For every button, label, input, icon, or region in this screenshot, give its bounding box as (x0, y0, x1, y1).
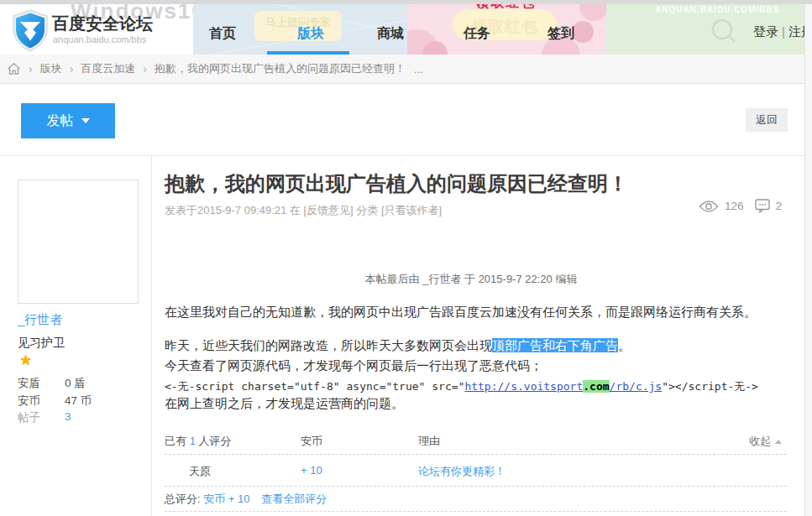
stat-shields-label: 安盾 (18, 377, 40, 389)
nav-checkin[interactable]: 签到 (547, 25, 574, 43)
collapse-toggle[interactable]: 收起 (749, 434, 782, 449)
breadcrumb-separator: › (143, 62, 147, 76)
flower-shape (579, 4, 606, 21)
replies-count: 2 (776, 200, 783, 212)
nav-home[interactable]: 首页 (209, 25, 236, 43)
author-sidebar: _行世者 见习护卫 安盾 0 盾 安币 47 币 帖子 3 (0, 156, 152, 516)
stat-shields-value: 0 盾 (65, 376, 86, 391)
rating-section: 已有 1 人评分 安币 理由 收起 天原 + 10 论坛有你更精彩！ 总评分: … (165, 428, 787, 512)
post-paragraph: 今天查看了网页源代码，才发现每个网页最后一行出现了恶意代码； (165, 358, 542, 374)
edit-note: 本帖最后由 _行世者 于 2015-9-7 22:20 编辑 (153, 272, 789, 287)
login-link[interactable]: 登录 (753, 24, 778, 39)
breadcrumb-separator: › (70, 62, 74, 76)
rating-col-reason: 理由 (418, 434, 440, 449)
breadcrumb-current-topic: 抱歉，我的网页出现广告植入的问题原因已经查明！ (155, 61, 406, 76)
selected-text-highlight: 顶部广告和右下角广告 (492, 338, 618, 352)
rating-row-reason: 论坛有你更精彩！ (418, 464, 506, 479)
post-counters: 126 2 (699, 199, 782, 213)
rating-row-user[interactable]: 天原 (189, 464, 211, 479)
flower-shape (572, 21, 594, 43)
rating-total-coin: 安币 + 10 (203, 493, 249, 505)
site-header: Windows10专题 ANQUAN.BAIDU.COM/BBS 百度 (0, 4, 804, 55)
stat-shields: 安盾 0 盾 (18, 376, 40, 391)
forum-page: Windows10专题 ANQUAN.BAIDU.COM/BBS 百度 (0, 0, 812, 516)
avatar[interactable] (18, 180, 139, 304)
views-count: 126 (725, 200, 744, 212)
chevron-up-icon (775, 440, 782, 444)
stat-coins: 安币 47 币 (18, 394, 40, 409)
auth-links: 登录|注册 (753, 24, 804, 40)
rating-row-coin: + 10 (301, 464, 322, 477)
url-watermark: ANQUAN.BAIDU.COM/BBS (655, 5, 779, 14)
post-paragraph: 在网上查明之后，才发现是运营商的问题。 (165, 396, 404, 412)
divider-dashed (165, 454, 787, 455)
breadcrumb-ellipsis: ... (414, 63, 423, 76)
rating-count: 1 (190, 435, 196, 447)
stat-posts-value[interactable]: 3 (65, 410, 71, 423)
author-username[interactable]: _行世者 (18, 312, 62, 328)
stat-posts: 帖子 3 (18, 410, 40, 425)
breadcrumb-sections[interactable]: 版块 (40, 61, 62, 76)
new-post-button-label: 发帖 (47, 112, 74, 130)
register-link[interactable]: 注册 (788, 24, 804, 39)
site-title[interactable]: 百度安全论坛 (52, 13, 153, 35)
home-icon[interactable] (7, 62, 21, 76)
author-rank: 见习护卫 (18, 336, 65, 351)
stat-coins-label: 安币 (18, 394, 40, 407)
red-packet-clipped-banner: 领取红包 (475, 4, 568, 10)
stat-posts-label: 帖子 (18, 411, 40, 424)
views-eye-icon (699, 200, 719, 213)
rating-header: 已有 1 人评分 (165, 434, 231, 449)
replies-bubble-icon (755, 199, 770, 213)
search-icon[interactable] (710, 17, 738, 45)
chevron-down-icon (81, 118, 90, 123)
rating-total: 总评分: 安币 + 10 查看全部评分 (165, 492, 327, 507)
nav-sections[interactable]: 版块 (297, 25, 324, 43)
stat-coins-value: 47 币 (65, 394, 92, 409)
divider-dashed (165, 511, 787, 512)
scrollbar[interactable] (804, 4, 812, 516)
baidu-security-shield-logo[interactable] (11, 9, 50, 53)
view-all-ratings-link[interactable]: 查看全部评分 (261, 493, 327, 505)
post-title: 抱歉，我的网页出现广告植入的问题原因已经查明！ (165, 170, 628, 197)
post-paragraph: 昨天，近些天我们的网路改造，所以昨天大多数网页会出现顶部广告和右下角广告。 (165, 338, 631, 354)
code-path-link[interactable]: /rb/c.js (610, 380, 663, 393)
post-paragraph: 在这里我对自己的无知道歉，我的网页中出现广告跟百度云加速没有任何关系，而是跟网络… (165, 305, 757, 321)
malicious-code-snippet: <-无-script charset="utf-8" async="true" … (165, 379, 758, 394)
back-button[interactable]: 返回 (746, 108, 788, 132)
site-subtitle: anquan.baidu.com/bbs (53, 34, 146, 44)
nav-mall[interactable]: 商城 (377, 25, 404, 43)
domain-highlight: .com (583, 380, 609, 393)
star-icon (19, 352, 32, 369)
rating-col-coin: 安币 (301, 434, 322, 449)
nav-tasks[interactable]: 任务 (464, 25, 490, 43)
breadcrumb-separator: › (29, 62, 33, 76)
breadcrumb: › 版块 › 百度云加速 › 抱歉，我的网页出现广告植入的问题原因已经查明！ .… (0, 55, 804, 84)
new-post-button[interactable]: 发帖 (21, 103, 115, 138)
auth-divider: | (782, 24, 785, 39)
rating-total-label: 总评分: (165, 493, 201, 505)
code-host-link[interactable]: http://s.voitsport (464, 380, 583, 393)
post-main: 抱歉，我的网页出现广告植入的问题原因已经查明！ 发表于2015-9-7 09:4… (153, 156, 804, 516)
divider-dashed (165, 486, 787, 487)
post-meta: 发表于2015-9-7 09:49:21 在 [反馈意见] 分类 [只看该作者] (165, 203, 442, 218)
breadcrumb-forum[interactable]: 百度云加速 (81, 61, 135, 76)
